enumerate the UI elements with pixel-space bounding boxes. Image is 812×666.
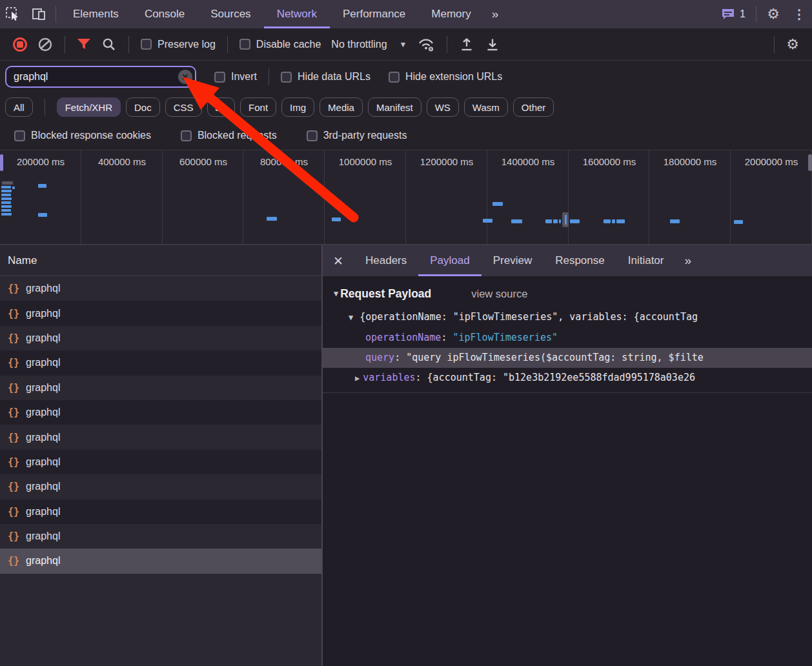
timeline-gridline — [324, 150, 325, 244]
tab-performance[interactable]: Performance — [330, 0, 418, 28]
json-braces-icon: {} — [8, 357, 19, 368]
timeline-scroll-handle-right[interactable] — [808, 154, 812, 171]
network-request-row[interactable]: {}graphql — [0, 524, 321, 549]
filter-toggle-button[interactable] — [77, 38, 91, 51]
3rd-party-requests-checkbox[interactable]: 3rd-party requests — [307, 130, 407, 141]
search-button[interactable] — [101, 37, 117, 52]
timeline-scroll-handle-left[interactable] — [0, 154, 3, 171]
type-chip-fetch-xhr[interactable]: Fetch/XHR — [57, 97, 121, 117]
network-request-row[interactable]: {}graphql — [0, 549, 321, 573]
json-braces-icon: {} — [8, 332, 19, 344]
type-chip-other[interactable]: Other — [513, 97, 554, 117]
import-har-button[interactable] — [459, 37, 474, 52]
settings-button[interactable]: ⚙ — [760, 0, 786, 28]
payload-entry-query[interactable]: query: "query ipFlowTimeseries($accountT… — [323, 348, 812, 368]
type-chip-ws[interactable]: WS — [427, 97, 459, 117]
customize-devtools-button[interactable]: ⋮ — [786, 0, 812, 28]
timeline-tick-label: 2000000 ms — [745, 156, 798, 167]
type-chip-doc[interactable]: Doc — [126, 97, 160, 117]
payload-key: operationName — [365, 332, 441, 343]
tabbar-separator — [756, 6, 756, 23]
preserve-log-checkbox[interactable]: Preserve log — [141, 39, 216, 50]
details-tab-preview[interactable]: Preview — [482, 245, 543, 276]
timeline-tick-label: 800000 ms — [260, 156, 308, 167]
tab-sources[interactable]: Sources — [198, 0, 263, 28]
network-request-row[interactable]: {}graphql — [0, 276, 321, 301]
resource-type-filter-row: AllFetch/XHRDocCSSJSFontImgMediaManifest… — [0, 93, 812, 121]
type-chip-font[interactable]: Font — [240, 97, 276, 117]
type-chip-css[interactable]: CSS — [165, 97, 202, 117]
timeline-request-bar — [38, 184, 46, 188]
network-request-row[interactable]: {}graphql — [0, 450, 321, 474]
name-column-header[interactable]: Name — [0, 245, 321, 276]
tab-memory[interactable]: Memory — [418, 0, 483, 28]
network-request-row[interactable]: {}graphql — [0, 350, 321, 375]
checkbox-label: Blocked response cookies — [31, 130, 151, 141]
json-braces-icon: {} — [8, 530, 19, 542]
type-chip-wasm[interactable]: Wasm — [464, 97, 508, 117]
network-request-row[interactable]: {}graphql — [0, 376, 321, 400]
details-tab-headers[interactable]: Headers — [354, 245, 418, 276]
export-har-button[interactable] — [485, 37, 500, 52]
preserve-log-label: Preserve log — [157, 39, 216, 50]
type-chip-js[interactable]: JS — [207, 97, 236, 117]
timeline-gridline — [649, 150, 649, 244]
json-braces-icon: {} — [8, 382, 19, 394]
network-request-row[interactable]: {}graphql — [0, 500, 321, 524]
details-more-tabs-button[interactable]: » — [675, 245, 700, 276]
collapse-triangle-icon: ▼ — [349, 313, 353, 322]
network-settings-button[interactable]: ⚙ — [786, 37, 799, 52]
request-name: graphql — [26, 506, 60, 518]
invert-checkbox[interactable]: Invert — [214, 71, 257, 83]
request-name: graphql — [26, 382, 60, 394]
network-toolbar: Preserve log Disable cache No throttling… — [0, 28, 812, 61]
payload-value: "ipFlowTimeseries" — [452, 332, 558, 343]
clear-button[interactable] — [37, 37, 53, 52]
timeline-tick-label: 1600000 ms — [583, 156, 636, 167]
type-chip-img[interactable]: Img — [281, 97, 314, 117]
timeline-tick-label: 200000 ms — [17, 156, 65, 167]
type-chip-media[interactable]: Media — [320, 97, 363, 117]
payload-preview-line[interactable]: ▼{operationName: "ipFlowTimeseries", var… — [323, 306, 812, 328]
hide-extension-urls-checkbox[interactable]: Hide extension URLs — [389, 71, 502, 83]
record-button[interactable] — [13, 37, 27, 52]
clear-icon — [37, 37, 53, 52]
network-request-row[interactable]: {}graphql — [0, 425, 321, 449]
more-panels-button[interactable]: » — [484, 0, 507, 28]
network-request-row[interactable]: {}graphql — [0, 326, 321, 350]
inspect-cursor-icon — [5, 6, 21, 22]
inspect-element-button[interactable] — [0, 0, 26, 28]
payload-entry-variables[interactable]: ▶variables: {accountTag: "b12e3b2192ee55… — [323, 368, 812, 388]
tab-network[interactable]: Network — [264, 0, 330, 28]
blocked-requests-checkbox[interactable]: Blocked requests — [181, 130, 277, 141]
json-braces-icon: {} — [8, 506, 19, 518]
filter-input[interactable] — [5, 66, 196, 88]
type-chip-manifest[interactable]: Manifest — [368, 97, 421, 117]
request-name: graphql — [26, 283, 60, 294]
details-tab-initiator[interactable]: Initiator — [616, 245, 676, 276]
tab-console[interactable]: Console — [132, 0, 198, 28]
network-request-row[interactable]: {}graphql — [0, 400, 321, 425]
clear-filter-button[interactable]: ✕ — [178, 70, 192, 84]
network-request-row[interactable]: {}graphql — [0, 474, 321, 499]
network-overview-timeline[interactable]: 200000 ms400000 ms600000 ms800000 ms1000… — [0, 150, 812, 245]
view-source-link[interactable]: view source — [471, 288, 527, 300]
tab-elements[interactable]: Elements — [60, 0, 132, 28]
payload-entry-operationname[interactable]: operationName: "ipFlowTimeseries" — [323, 328, 812, 348]
device-toolbar-button[interactable] — [26, 0, 52, 28]
details-tab-payload[interactable]: Payload — [418, 245, 481, 276]
disable-cache-checkbox[interactable]: Disable cache — [239, 39, 321, 50]
issues-button[interactable]: 1 — [715, 0, 752, 28]
network-request-row[interactable]: {}graphql — [0, 301, 321, 325]
throttling-dropdown[interactable]: No throttling ▼ — [331, 39, 407, 50]
blocked-response-cookies-checkbox[interactable]: Blocked response cookies — [14, 130, 151, 141]
details-tab-response[interactable]: Response — [543, 245, 616, 276]
hide-data-urls-checkbox[interactable]: Hide data URLs — [281, 71, 370, 83]
close-details-button[interactable]: ✕ — [323, 245, 354, 276]
details-tabbar: ✕ HeadersPayloadPreviewResponseInitiator… — [323, 245, 812, 276]
type-chip-all[interactable]: All — [5, 97, 33, 117]
timeline-tick-label: 1000000 ms — [339, 156, 392, 167]
request-payload-section-header[interactable]: ▼ Request Payload view source — [323, 281, 812, 306]
network-conditions-button[interactable] — [417, 37, 435, 52]
timeline-request-bar — [1, 197, 12, 200]
